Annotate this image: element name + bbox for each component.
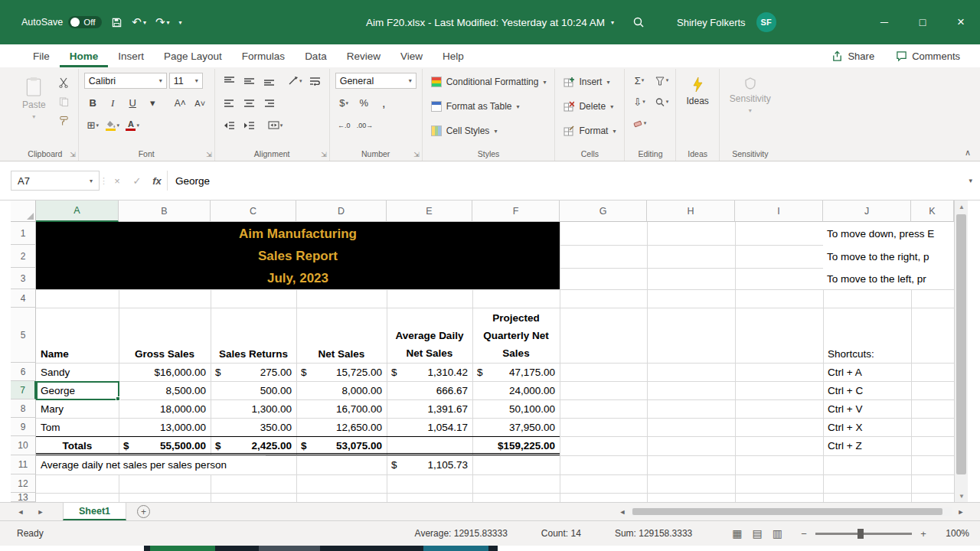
increase-indent-button[interactable] xyxy=(240,117,258,133)
cell-J9[interactable]: Ctrl + X xyxy=(823,418,911,436)
column-header-J[interactable]: J xyxy=(823,201,911,222)
font-size-combo[interactable]: 11▾ xyxy=(169,73,203,89)
view-normal-button[interactable]: ▦ xyxy=(732,527,742,540)
new-sheet-button[interactable]: + xyxy=(137,505,150,518)
row-header-9[interactable]: 9 xyxy=(11,418,36,436)
column-header-I[interactable]: I xyxy=(735,201,823,222)
zoom-slider[interactable] xyxy=(815,533,912,535)
row-header-3[interactable]: 3 xyxy=(11,268,36,289)
horizontal-scroll-thumb[interactable] xyxy=(632,508,942,515)
decrease-decimal-button[interactable]: .00→ xyxy=(355,117,375,133)
cell-D7[interactable]: 8,000.00 xyxy=(296,381,387,399)
customize-qat-button[interactable]: ▾ xyxy=(179,19,182,26)
cell-F6[interactable]: $47,175.00 xyxy=(472,363,560,381)
row-header-6[interactable]: 6 xyxy=(11,363,36,381)
column-header-D[interactable]: D xyxy=(296,201,387,222)
wrap-text-button[interactable] xyxy=(306,73,324,89)
underline-dropdown[interactable]: ▾ xyxy=(144,95,162,111)
tab-view[interactable]: View xyxy=(390,44,433,67)
tab-data[interactable]: Data xyxy=(295,44,337,67)
cell-B10[interactable]: $55,500.00 xyxy=(119,436,211,455)
account-area[interactable]: Shirley Folkerts SF xyxy=(677,0,776,44)
autosave-toggle[interactable]: Off xyxy=(68,16,102,28)
cell-B6[interactable]: $16,000.00 xyxy=(119,363,211,381)
sheet-nav-right[interactable]: ► xyxy=(31,503,51,520)
expand-formula-bar-button[interactable]: ▾ xyxy=(969,177,972,184)
cell-F9[interactable]: 37,950.00 xyxy=(472,418,560,436)
taskbar-app[interactable] xyxy=(150,546,215,551)
scroll-left-button[interactable]: ◄ xyxy=(617,508,628,516)
column-header-E[interactable]: E xyxy=(387,201,472,222)
cell-E11[interactable]: $1,105.73 xyxy=(387,455,472,474)
cell-E6[interactable]: $1,310.42 xyxy=(387,363,472,381)
formula-input[interactable]: George xyxy=(167,171,964,191)
accounting-format-button[interactable]: $▾ xyxy=(335,95,353,111)
cell-F7[interactable]: 24,000.00 xyxy=(472,381,560,399)
zoom-out-button[interactable]: − xyxy=(799,528,808,540)
cancel-button[interactable]: × xyxy=(107,175,127,187)
sheet-tab-sheet1[interactable]: Sheet1 xyxy=(63,503,126,520)
taskbar-app[interactable] xyxy=(259,546,320,551)
autosum-button[interactable]: Σ▾ xyxy=(630,73,648,89)
borders-button[interactable]: ⊞▾ xyxy=(84,117,102,133)
align-middle-button[interactable] xyxy=(240,73,258,89)
cell-A5[interactable]: Name xyxy=(36,308,119,363)
cell-J7[interactable]: Ctrl + C xyxy=(823,381,911,399)
format-as-table-button[interactable]: Format as Table▾ xyxy=(428,96,550,117)
row-header-12[interactable]: 12 xyxy=(11,474,36,493)
cell-A7[interactable]: George xyxy=(36,381,119,399)
tab-file[interactable]: File xyxy=(23,44,60,67)
cell-F10[interactable]: $159,225.00 xyxy=(472,436,560,455)
cell-A11[interactable]: Average daily net sales per sales person xyxy=(36,455,266,474)
insert-function-button[interactable]: fx xyxy=(147,175,167,187)
search-button[interactable] xyxy=(632,16,645,28)
cell-J10[interactable]: Ctrl + Z xyxy=(823,436,911,455)
sheet-nav-left[interactable]: ◄ xyxy=(11,503,31,520)
cell-B8[interactable]: 18,000.00 xyxy=(119,399,211,418)
cell-J1[interactable]: To move down, press E xyxy=(823,222,954,245)
cell-D10[interactable]: $53,075.00 xyxy=(296,436,387,455)
column-header-C[interactable]: C xyxy=(211,201,296,222)
row-header-11[interactable]: 11 xyxy=(11,455,36,474)
font-family-combo[interactable]: Calibri▾ xyxy=(84,73,167,89)
column-header-A[interactable]: A xyxy=(36,201,119,222)
window-title-area[interactable]: Aim F20.xlsx - Last Modified: Yesterday … xyxy=(366,17,614,28)
copy-button[interactable] xyxy=(55,93,73,109)
ideas-button[interactable]: Ideas xyxy=(681,71,713,108)
cell-J6[interactable]: Ctrl + A xyxy=(823,363,911,381)
zoom-in-button[interactable]: + xyxy=(919,528,928,540)
cell-J5[interactable]: Shortcuts: xyxy=(823,308,911,363)
alignment-dialog-launcher[interactable]: ⇲ xyxy=(321,151,327,158)
minimize-button[interactable]: ─ xyxy=(865,0,903,44)
vertical-scrollbar[interactable]: ▲ ▼ xyxy=(954,201,968,502)
view-page-break-button[interactable]: ▥ xyxy=(773,527,782,540)
cell-A10[interactable]: Totals xyxy=(36,436,119,455)
enter-button[interactable]: ✓ xyxy=(127,175,147,187)
close-button[interactable]: × xyxy=(942,0,980,44)
row-header-4[interactable]: 4 xyxy=(11,289,36,308)
find-select-button[interactable]: ▾ xyxy=(652,94,670,110)
clipboard-dialog-launcher[interactable]: ⇲ xyxy=(70,151,76,158)
fill-button[interactable]: ⇩▾ xyxy=(630,94,648,110)
cell-J3[interactable]: To move to the left, pr xyxy=(823,268,954,289)
cell-J8[interactable]: Ctrl + V xyxy=(823,399,911,418)
column-header-G[interactable]: G xyxy=(560,201,647,222)
row-header-10[interactable]: 10 xyxy=(11,436,36,455)
tab-home[interactable]: Home xyxy=(60,44,109,67)
cell-E7[interactable]: 666.67 xyxy=(387,381,472,399)
merge-center-button[interactable]: ▾ xyxy=(266,117,285,133)
cell-A9[interactable]: Tom xyxy=(36,418,119,436)
redo-button[interactable]: ↷▾ xyxy=(155,15,170,29)
row-header-7[interactable]: 7 xyxy=(11,381,36,399)
underline-button[interactable]: U xyxy=(124,95,142,111)
row-header-5[interactable]: 5 xyxy=(11,308,36,363)
percent-style-button[interactable]: % xyxy=(355,95,373,111)
column-header-B[interactable]: B xyxy=(119,201,211,222)
cell-C5[interactable]: Sales Returns xyxy=(211,308,296,363)
horizontal-scroll-track[interactable] xyxy=(631,507,952,516)
cell-J2[interactable]: To move to the right, p xyxy=(823,245,954,268)
orientation-button[interactable]: ▾ xyxy=(286,73,304,89)
number-dialog-launcher[interactable]: ⇲ xyxy=(413,151,420,158)
tab-page-layout[interactable]: Page Layout xyxy=(154,44,232,67)
align-left-button[interactable] xyxy=(220,95,238,111)
